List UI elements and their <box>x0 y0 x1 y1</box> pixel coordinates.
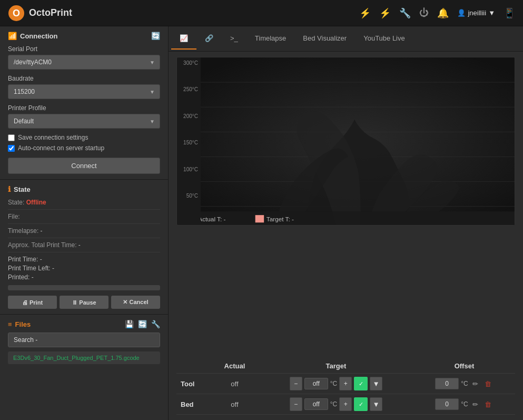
tool-offset-edit-button[interactable]: ✏ <box>470 379 480 389</box>
bed-target-plus-button[interactable]: + <box>339 397 352 411</box>
youtube-live-tab-label: YouTube Live <box>363 34 405 42</box>
search-input[interactable] <box>8 333 160 347</box>
tool-row: Tool off − °C + ✓ ▼ <box>176 374 515 394</box>
approx-time-value: - <box>78 241 81 249</box>
printer-profile-select-wrapper: Default <box>8 114 160 129</box>
tab-timelapse[interactable]: Timelapse <box>246 28 294 50</box>
temperature-chart: 300°C 250°C 200°C 150°C 100°C 50°C <box>176 57 515 226</box>
serial-port-group: Serial Port /dev/ttyACM0 <box>8 45 160 70</box>
files-settings-button[interactable]: 🔧 <box>151 320 160 328</box>
print-buttons: 🖨 Print ⏸ Pause ✕ Cancel <box>8 296 160 309</box>
printed-row: Printed: - <box>8 274 160 281</box>
bed-offset-edit-button[interactable]: ✏ <box>470 399 480 409</box>
tool-target-group: − °C + ✓ ▼ <box>259 374 413 394</box>
webcam-icon: 🔗 <box>205 34 213 42</box>
bed-target-input-group: − °C + ✓ ▼ <box>263 397 409 411</box>
user-dropdown-icon: ▼ <box>488 9 495 17</box>
serial-port-select[interactable]: /dev/ttyACM0 <box>8 55 160 70</box>
bell-icon[interactable]: 🔔 <box>437 7 449 19</box>
tab-youtube-live[interactable]: YouTube Live <box>355 28 413 50</box>
tool-offset-input[interactable] <box>435 378 459 389</box>
print-time-row: Print Time: - <box>8 256 160 263</box>
tool-target-unit: °C <box>330 380 337 387</box>
bed-target-minus-button[interactable]: − <box>290 397 302 411</box>
print-time-left-label: Print Time Left: <box>8 265 51 272</box>
temp-table-header: Actual Target Offset <box>176 359 515 374</box>
svg-text:Actual T: -: Actual T: - <box>201 216 225 222</box>
chart-svg: Actual T: - Target T: - Actual Bed: - Ta… <box>201 57 515 225</box>
timelapse-row: Timelapse: - <box>8 227 160 238</box>
state-value: Offline <box>26 199 46 206</box>
print-time-value: - <box>40 256 42 263</box>
file-row: File: <box>8 213 160 224</box>
y-200: 200°C <box>180 113 198 119</box>
printer-profile-select[interactable]: Default <box>8 114 160 129</box>
flash1-icon[interactable]: ⚡ <box>359 7 371 19</box>
chart-area: 300°C 250°C 200°C 150°C 100°C 50°C <box>169 52 523 354</box>
tab-bed-visualizer[interactable]: Bed Visualizer <box>294 28 355 50</box>
auto-connect-checkbox[interactable] <box>8 145 15 152</box>
save-settings-checkbox[interactable] <box>8 134 15 141</box>
files-list-icon: ≡ <box>8 320 12 328</box>
connection-refresh-icon[interactable]: 🔄 <box>151 32 160 40</box>
tool-offset-delete-button[interactable]: 🗑 <box>482 379 494 389</box>
bed-target-input[interactable] <box>304 398 328 410</box>
cancel-button[interactable]: ✕ Cancel <box>111 296 160 309</box>
tool-target-confirm-button[interactable]: ✓ <box>354 377 368 390</box>
svg-text:O: O <box>13 8 20 18</box>
svg-rect-9 <box>201 211 515 225</box>
power-icon[interactable]: ⏻ <box>419 7 429 18</box>
approx-time-row: Approx. Total Print Time: - <box>8 241 160 252</box>
save-settings-label: Save connection settings <box>18 134 88 141</box>
bed-offset-input[interactable] <box>435 398 459 410</box>
files-header: ≡ Files 💾 🔄 🔧 <box>8 320 160 328</box>
tab-temperature[interactable]: 📈 <box>171 28 196 50</box>
upload-button[interactable]: 💾 <box>125 320 134 328</box>
bed-target-confirm-button[interactable]: ✓ <box>354 397 368 411</box>
state-section-title: ℹ State <box>8 185 160 193</box>
wrench-icon[interactable]: 🔧 <box>399 7 411 19</box>
files-refresh-button[interactable]: 🔄 <box>138 320 147 328</box>
print-time-left-row: Print Time Left: - <box>8 265 160 272</box>
bed-target-unit: °C <box>330 401 337 408</box>
tool-label: Tool <box>176 374 211 394</box>
tool-target-input[interactable] <box>304 378 328 389</box>
progress-bar <box>8 285 160 290</box>
state-section: ℹ State State: Offline File: Timelapse: … <box>0 180 168 315</box>
y-150: 150°C <box>180 140 198 145</box>
file-label: File: <box>8 213 20 220</box>
bed-label: Bed <box>176 394 211 415</box>
pause-button[interactable]: ⏸ Pause <box>60 296 108 309</box>
files-actions: 💾 🔄 🔧 <box>125 320 160 328</box>
baudrate-select-wrapper: 115200 <box>8 84 160 99</box>
save-settings-row: Save connection settings <box>8 134 160 141</box>
printed-value: - <box>32 274 34 281</box>
tool-target-minus-button[interactable]: − <box>290 377 302 390</box>
flash2-icon[interactable]: ⚡ <box>379 7 391 19</box>
header: O OctoPrint ⚡ ⚡ 🔧 ⏻ 🔔 👤 jneilliii ▼ 📱 <box>0 0 523 26</box>
tab-terminal[interactable]: >_ <box>222 28 246 50</box>
temperature-controls: Actual Target Offset Tool off − <box>169 354 523 420</box>
y-250: 250°C <box>180 86 198 92</box>
tool-target-dropdown-button[interactable]: ▼ <box>370 377 382 390</box>
logo: O OctoPrint <box>8 5 72 22</box>
tool-offset-group: °C ✏ 🗑 <box>413 374 515 394</box>
timelapse-tab-label: Timelapse <box>255 34 286 42</box>
approx-time-label: Approx. Total Print Time: <box>8 241 77 249</box>
mobile-icon[interactable]: 📱 <box>504 7 515 19</box>
bed-target-group: − °C + ✓ ▼ <box>259 394 413 415</box>
bed-target-dropdown-button[interactable]: ▼ <box>370 397 382 411</box>
col-actual: Actual <box>211 359 259 374</box>
tab-webcam[interactable]: 🔗 <box>196 28 222 50</box>
file-item[interactable]: E3Dv6_30_Fan_Duct_Plugged_PET_1.75.gcode <box>8 351 160 364</box>
col-offset: Offset <box>413 359 515 374</box>
connect-button[interactable]: Connect <box>8 158 160 174</box>
col-name <box>176 359 211 374</box>
user-menu[interactable]: 👤 jneilliii ▼ <box>457 9 495 17</box>
print-button[interactable]: 🖨 Print <box>8 296 57 309</box>
tool-target-plus-button[interactable]: + <box>339 377 352 390</box>
svg-rect-12 <box>255 215 264 222</box>
files-section: ≡ Files 💾 🔄 🔧 E3Dv6_30_Fan_Duct_Plugged_… <box>0 315 168 372</box>
baudrate-select[interactable]: 115200 <box>8 84 160 99</box>
bed-offset-delete-button[interactable]: 🗑 <box>482 399 494 409</box>
